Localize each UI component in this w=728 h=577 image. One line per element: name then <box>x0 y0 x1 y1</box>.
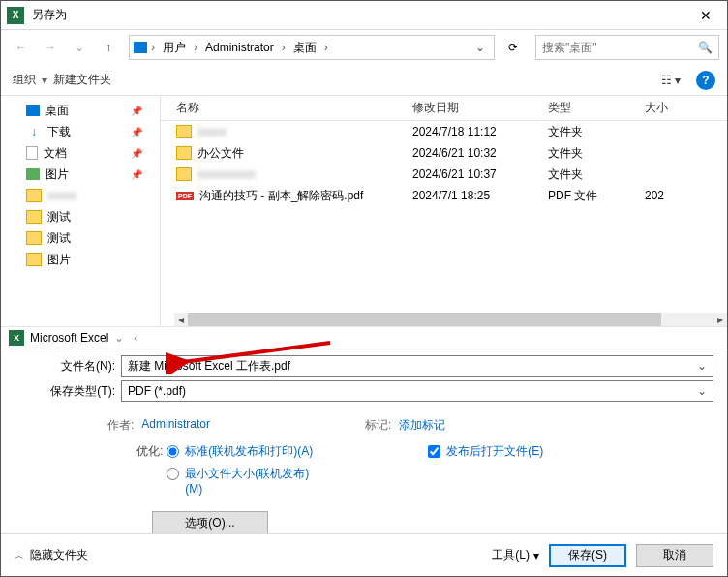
pdf-icon: PDF <box>176 192 194 200</box>
scroll-right-icon[interactable]: ▸ <box>713 313 727 326</box>
nav-up-button[interactable]: ↑ <box>96 36 121 59</box>
desktop-icon <box>26 105 40 116</box>
breadcrumb-dropdown[interactable]: ⌄ <box>470 41 490 54</box>
column-header-name[interactable]: 名称 <box>161 100 412 116</box>
filename-input[interactable]: 新建 Microsoft Excel 工作表.pdf <box>121 355 713 377</box>
folder-icon <box>26 253 42 266</box>
sidebar-item-pictures[interactable]: 图片📌 <box>1 164 160 185</box>
pin-icon: 📌 <box>131 127 142 137</box>
path-indicator[interactable]: Microsoft Excel <box>30 331 108 345</box>
pin-icon: 📌 <box>131 148 142 159</box>
scroll-thumb[interactable] <box>188 313 661 326</box>
author-label: 作者: <box>107 417 134 434</box>
tools-menu[interactable]: 工具(L) ▾ <box>492 547 539 563</box>
chevron-right-icon[interactable]: › <box>322 41 330 54</box>
new-folder-button[interactable]: 新建文件夹 <box>53 72 111 88</box>
hide-folders-toggle[interactable]: ︿ 隐藏文件夹 <box>15 547 88 563</box>
author-value[interactable]: Administrator <box>141 417 210 431</box>
optimize-minimum-radio[interactable] <box>167 468 179 480</box>
nav-tree: 桌面📌 ↓下载📌 文档📌 图片📌 xxxxx 测试 测试 图片 <box>1 96 160 326</box>
optimize-minimum-label[interactable]: 最小文件大小(联机发布)(M) <box>185 466 321 496</box>
drive-icon <box>134 42 147 53</box>
file-list: 名称 修改日期 类型 大小 xxxxx 2024/7/18 11:12 文件夹 … <box>160 96 727 326</box>
pin-icon: 📌 <box>131 106 142 116</box>
filetype-select[interactable]: PDF (*.pdf) <box>121 380 713 402</box>
cancel-button[interactable]: 取消 <box>636 544 713 567</box>
optimize-standard-label[interactable]: 标准(联机发布和打印)(A) <box>185 443 313 460</box>
organize-menu[interactable]: 组织 <box>13 72 36 88</box>
sidebar-item-desktop[interactable]: 桌面📌 <box>1 100 160 121</box>
file-row[interactable]: 办公文件 2024/6/21 10:32 文件夹 <box>161 142 727 164</box>
save-button[interactable]: 保存(S) <box>549 544 626 567</box>
nav-back-button[interactable]: ← <box>9 36 34 59</box>
dialog-title: 另存为 <box>32 7 684 23</box>
column-header-date[interactable]: 修改日期 <box>412 100 548 116</box>
refresh-button[interactable]: ⟳ <box>500 36 526 59</box>
download-icon: ↓ <box>26 125 42 138</box>
sidebar-item-pictures2[interactable]: 图片 <box>1 249 160 270</box>
breadcrumb-seg-desktop[interactable]: 桌面 <box>289 40 320 56</box>
folder-icon <box>176 146 192 160</box>
folder-icon <box>176 167 192 181</box>
search-icon[interactable]: 🔍 <box>698 41 713 54</box>
horizontal-scrollbar[interactable]: ◂ ▸ <box>174 313 727 326</box>
file-row[interactable]: xxxxx 2024/7/18 11:12 文件夹 <box>161 121 727 142</box>
breadcrumb-seg-users[interactable]: 用户 <box>159 40 190 56</box>
open-after-checkbox[interactable] <box>428 445 440 458</box>
pictures-icon <box>26 168 40 180</box>
breadcrumb-seg-admin[interactable]: Administrator <box>201 41 278 54</box>
options-button[interactable]: 选项(O)... <box>152 511 268 534</box>
excel-app-icon: X <box>7 7 24 24</box>
sidebar-item-folder[interactable]: xxxxx <box>1 185 160 206</box>
help-icon[interactable]: ? <box>696 71 715 90</box>
pin-icon: 📌 <box>131 169 142 180</box>
search-box[interactable]: 🔍 <box>535 35 719 60</box>
chevron-down-icon: ▾ <box>42 74 47 87</box>
optimize-label: 优化: <box>136 443 163 460</box>
chevron-right-icon[interactable]: › <box>280 41 288 54</box>
column-header-type[interactable]: 类型 <box>548 100 645 116</box>
optimize-standard-radio[interactable] <box>167 445 179 458</box>
chevron-down-icon[interactable]: ⌄ <box>114 331 124 345</box>
sidebar-item-test1[interactable]: 测试 <box>1 206 160 228</box>
folder-icon <box>26 231 42 245</box>
chevron-left-icon[interactable]: ‹ <box>134 331 137 345</box>
document-icon <box>26 146 38 160</box>
sidebar-item-test2[interactable]: 测试 <box>1 228 160 249</box>
search-input[interactable] <box>542 41 698 54</box>
close-button[interactable]: ✕ <box>684 1 727 30</box>
chevron-right-icon[interactable]: › <box>149 41 157 54</box>
scroll-left-icon[interactable]: ◂ <box>174 313 188 326</box>
sidebar-item-documents[interactable]: 文档📌 <box>1 142 160 164</box>
chevron-up-icon: ︿ <box>15 549 24 562</box>
view-mode-button[interactable]: ☷ ▾ <box>657 72 684 89</box>
folder-icon <box>26 189 42 202</box>
file-row[interactable]: PDF沟通的技巧 - 副本_解除密码.pdf 2024/7/1 18:25 PD… <box>161 185 727 206</box>
file-row[interactable]: xxxxxxxxxx 2024/6/21 10:37 文件夹 <box>161 164 727 185</box>
nav-forward-button[interactable]: → <box>38 36 63 59</box>
filename-label: 文件名(N): <box>15 358 121 375</box>
open-after-label[interactable]: 发布后打开文件(E) <box>446 443 543 460</box>
tags-label: 标记: <box>365 417 391 434</box>
tags-value[interactable]: 添加标记 <box>399 417 445 434</box>
folder-icon <box>176 125 192 138</box>
nav-recent-button[interactable]: ⌄ <box>67 36 92 59</box>
folder-icon <box>26 210 42 224</box>
chevron-down-icon: ▾ <box>533 549 539 562</box>
chevron-right-icon[interactable]: › <box>192 41 199 54</box>
column-header-size[interactable]: 大小 <box>645 100 703 116</box>
sidebar-item-downloads[interactable]: ↓下载📌 <box>1 121 160 142</box>
breadcrumb[interactable]: › 用户 › Administrator › 桌面 › ⌄ <box>129 35 495 60</box>
excel-icon: X <box>9 330 24 346</box>
filetype-label: 保存类型(T): <box>15 383 121 400</box>
